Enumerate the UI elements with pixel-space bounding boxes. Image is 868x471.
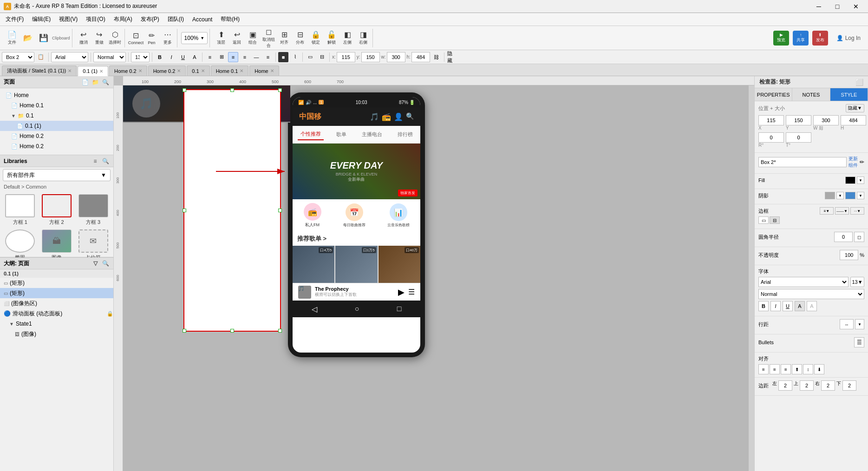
handle-br[interactable] bbox=[278, 329, 282, 333]
tab-home-0-1[interactable]: Home 0.1 ✕ bbox=[211, 65, 249, 76]
library-dropdown[interactable]: 所有部件库 ▼ bbox=[3, 169, 111, 181]
handle-ml[interactable] bbox=[183, 209, 186, 212]
maximize-button[interactable]: □ bbox=[829, 0, 846, 13]
library-item-box2[interactable]: 方框 2 bbox=[40, 194, 73, 226]
menu-layout[interactable]: 布局(A) bbox=[110, 14, 136, 25]
w-input[interactable] bbox=[387, 52, 405, 62]
redo-button[interactable]: ↪重做 bbox=[92, 31, 107, 46]
corner-style-btn[interactable]: ◻ bbox=[854, 232, 864, 242]
music-card-3[interactable]: 口40万 bbox=[379, 246, 420, 283]
selected-canvas-box[interactable] bbox=[183, 89, 281, 332]
outline-rect1[interactable]: ▭ (矩形) bbox=[0, 278, 113, 288]
minimize-button[interactable]: ─ bbox=[810, 0, 827, 13]
fill-color-swatch[interactable] bbox=[845, 177, 855, 184]
music-card-1[interactable]: 口4万5 bbox=[293, 246, 334, 283]
bold-btn[interactable]: B bbox=[155, 52, 165, 62]
page-0-1-1[interactable]: 📄 0.1 (1) bbox=[0, 121, 113, 131]
user-icon[interactable]: 👤 bbox=[394, 112, 403, 121]
border-all-sides[interactable]: ▭ bbox=[758, 216, 769, 224]
scrollbar-vertical[interactable] bbox=[749, 85, 754, 471]
library-item-circle[interactable]: 椭圆 bbox=[4, 229, 37, 261]
libraries-menu-icon[interactable]: ≡ bbox=[91, 157, 99, 165]
font-color-btn[interactable]: A bbox=[795, 301, 805, 311]
align-center-btn[interactable]: ≡ bbox=[770, 364, 780, 374]
pages-folder-icon[interactable]: 📁 bbox=[91, 78, 99, 86]
hidden-btn[interactable]: 隐藏▼ bbox=[846, 104, 864, 112]
margin-top-input[interactable] bbox=[800, 380, 814, 391]
font-color-btn[interactable]: A bbox=[189, 52, 200, 62]
menu-view[interactable]: 视图(V) bbox=[55, 14, 81, 25]
widget-style-btn[interactable]: 📋 bbox=[36, 52, 46, 62]
outline-hotspot[interactable]: ⬜ (图像热区) bbox=[0, 298, 113, 308]
fill-color-btn[interactable]: ■ bbox=[278, 52, 288, 62]
border-style-btn[interactable]: ▭ bbox=[305, 52, 315, 62]
align-left-btn[interactable]: ≡ bbox=[758, 364, 769, 374]
props-tab-style[interactable]: STYLE bbox=[830, 88, 868, 101]
italic-btn[interactable]: I bbox=[166, 52, 176, 62]
inspector-expand-icon[interactable]: ⬜ bbox=[855, 78, 863, 86]
page-home-0-2-a[interactable]: 📄 Home 0.2 bbox=[0, 131, 113, 141]
left-button[interactable]: ◧左侧 bbox=[340, 31, 355, 46]
menu-edit[interactable]: 编辑(E) bbox=[28, 14, 54, 25]
update-component-link[interactable]: 更新组件 bbox=[848, 156, 858, 169]
tab-close-icon[interactable]: ✕ bbox=[240, 68, 243, 73]
tab-close-icon[interactable]: ✕ bbox=[201, 68, 205, 73]
border-side-btn[interactable]: ⊟ bbox=[317, 52, 327, 62]
right-button[interactable]: ◨右侧 bbox=[356, 31, 371, 46]
play-icon[interactable]: ▶ bbox=[398, 287, 405, 297]
x-input[interactable] bbox=[337, 52, 355, 62]
pos-y-input[interactable] bbox=[786, 115, 811, 125]
align-right-btn[interactable]: ≡ bbox=[240, 52, 250, 62]
shadow-dropdown-btn2[interactable]: ▼ bbox=[857, 192, 864, 199]
phone-icon-fm[interactable]: 📻 私人FM bbox=[304, 203, 321, 228]
h-input[interactable] bbox=[411, 52, 430, 62]
login-button[interactable]: 👤 Log In bbox=[832, 33, 865, 43]
handle-tr[interactable] bbox=[278, 88, 282, 92]
font-underline-btn[interactable]: U bbox=[783, 301, 793, 311]
menu-help[interactable]: 帮助(H) bbox=[217, 14, 243, 25]
zoom-select[interactable]: 100% ▼ bbox=[181, 32, 208, 44]
pos-h-input[interactable] bbox=[841, 115, 866, 125]
shadow-dropdown-btn[interactable]: ▼ bbox=[836, 192, 844, 199]
open-button[interactable]: 📂 bbox=[20, 31, 35, 46]
pos-r-input[interactable] bbox=[758, 132, 784, 143]
align-middle-btn[interactable]: ↕ bbox=[803, 364, 813, 374]
tab-home-0-2-a[interactable]: Home 0.2 ✕ bbox=[109, 65, 147, 76]
library-item-image[interactable]: 🏔 图像 bbox=[40, 229, 73, 261]
align-active-btn[interactable]: ≡ bbox=[228, 52, 238, 62]
props-tab-notes[interactable]: NOTES bbox=[792, 88, 830, 101]
font-style-dropdown[interactable]: Normal bbox=[758, 289, 864, 299]
ungroup-button[interactable]: ◻取消组合 bbox=[261, 31, 276, 46]
align-right-btn[interactable]: ≡ bbox=[781, 364, 791, 374]
menu-publish[interactable]: 发布(P) bbox=[137, 14, 163, 25]
share-button[interactable]: ↑共享 bbox=[793, 31, 809, 46]
pages-add-icon[interactable]: 📄 bbox=[81, 78, 89, 86]
hide-btn[interactable]: 隐藏 bbox=[447, 52, 457, 62]
search-phone-icon[interactable]: 🔍 bbox=[406, 112, 414, 121]
pos-x-input[interactable] bbox=[758, 115, 784, 125]
tab-close-icon[interactable]: ✕ bbox=[68, 68, 72, 73]
music-card-2[interactable]: 口1万5 bbox=[335, 246, 377, 283]
font-family-dropdown[interactable]: Arial bbox=[758, 277, 848, 287]
library-item-box3[interactable]: 方框 3 bbox=[77, 194, 110, 226]
outline-image[interactable]: 🖼 (图像) bbox=[0, 329, 113, 339]
line-height-input[interactable]: -- bbox=[840, 319, 854, 329]
phone-home-btn[interactable]: ○ bbox=[355, 305, 359, 313]
props-tab-properties[interactable]: PROPERTIES bbox=[755, 88, 792, 101]
phone-icon-chart[interactable]: 📊 云音乐热歌榜 bbox=[387, 203, 410, 228]
tab-0-1-1[interactable]: 0.1 (1) ✕ bbox=[78, 66, 108, 76]
menu-file[interactable]: 文件(F) bbox=[2, 14, 27, 25]
opacity-input[interactable] bbox=[840, 250, 858, 260]
align-left-btn[interactable]: ≡ bbox=[205, 52, 215, 62]
lock-button[interactable]: 🔒锁定 bbox=[308, 31, 323, 46]
bullets-btn[interactable]: ☰ bbox=[854, 337, 864, 347]
tab-home-0-2-b[interactable]: Home 0.2 ✕ bbox=[148, 65, 186, 76]
close-button[interactable]: ✕ bbox=[848, 0, 864, 13]
line-height-dropdown[interactable]: ▼ bbox=[855, 319, 864, 329]
outline-rect2[interactable]: ▭ (矩形) bbox=[0, 288, 113, 298]
align-bottom-btn[interactable]: ≡ bbox=[263, 52, 273, 62]
outline-search-icon[interactable]: 🔍 bbox=[101, 259, 110, 268]
select-time-button[interactable]: ⬡选择时 bbox=[108, 31, 123, 46]
lock-ratio-btn[interactable]: ⛓ bbox=[431, 52, 442, 62]
margin-left-input[interactable] bbox=[778, 380, 792, 391]
